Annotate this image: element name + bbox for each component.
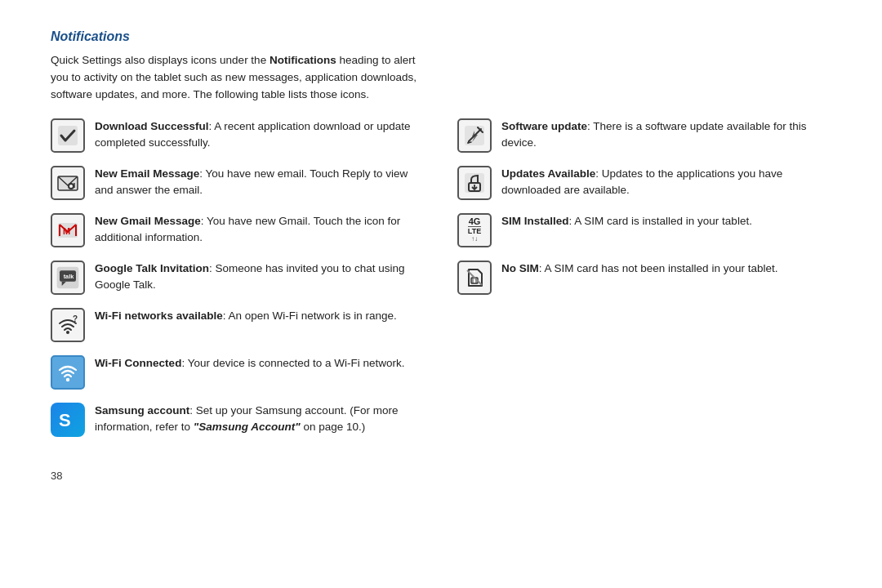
wifi-available-icon: ? xyxy=(51,308,85,342)
sim-installed-icon: 4G LTE ↑↓ xyxy=(457,213,492,247)
intro-before-bold: Quick Settings also displays icons under… xyxy=(51,54,270,66)
left-column: Download Successful: A recent applicatio… xyxy=(51,118,425,450)
columns: Download Successful: A recent applicatio… xyxy=(51,118,831,450)
wifi-connected-icon xyxy=(51,355,85,390)
samsung-account-text: Samsung account: Set up your Samsung acc… xyxy=(95,403,425,436)
list-item: Download Successful: A recent applicatio… xyxy=(51,118,425,153)
google-talk-text: Google Talk Invitation: Someone has invi… xyxy=(95,261,425,294)
list-item: Updates Available: Updates to the applic… xyxy=(457,166,831,200)
software-update-icon xyxy=(457,118,492,153)
intro-bold: Notifications xyxy=(270,54,336,66)
svg-text:S: S xyxy=(59,410,71,430)
wifi-connected-text: Wi-Fi Connected: Your device is connecte… xyxy=(95,355,425,372)
svg-text:M: M xyxy=(63,226,70,236)
list-item: Wi-Fi Connected: Your device is connecte… xyxy=(51,355,425,390)
no-sim-icon xyxy=(457,261,492,295)
intro-text: Quick Settings also displays icons under… xyxy=(51,52,426,104)
svg-text:talk: talk xyxy=(64,273,75,280)
download-successful-icon xyxy=(51,118,85,153)
list-item: New Email Message: You have new email. T… xyxy=(51,166,425,200)
new-email-text: New Email Message: You have new email. T… xyxy=(95,166,425,199)
page-number: 38 xyxy=(51,470,831,482)
list-item: Software update: There is a software upd… xyxy=(457,118,831,153)
list-item: M New Gmail Message: You have new Gmail.… xyxy=(51,213,425,247)
page-container: Notifications Quick Settings also displa… xyxy=(0,0,882,511)
list-item: S Samsung account: Set up your Samsung a… xyxy=(51,403,425,437)
svg-point-12 xyxy=(66,331,69,334)
updates-available-text: Updates Available: Updates to the applic… xyxy=(501,166,831,199)
google-talk-icon: talk xyxy=(51,261,85,295)
software-update-text: Software update: There is a software upd… xyxy=(501,118,831,152)
new-gmail-icon: M xyxy=(51,213,85,247)
list-item: 4G LTE ↑↓ SIM Installed: A SIM card is i… xyxy=(457,213,831,247)
list-item: No SIM: A SIM card has not been installe… xyxy=(457,261,831,295)
list-item: talk Google Talk Invitation: Someone has… xyxy=(51,261,425,295)
samsung-account-icon: S xyxy=(51,403,85,437)
download-successful-text: Download Successful: A recent applicatio… xyxy=(95,118,425,152)
svg-text:?: ? xyxy=(73,314,78,323)
updates-available-icon xyxy=(457,166,492,200)
svg-point-14 xyxy=(66,378,69,381)
section-title: Notifications xyxy=(51,29,831,44)
svg-line-20 xyxy=(468,142,471,143)
new-email-icon xyxy=(51,166,85,200)
svg-point-4 xyxy=(69,185,73,188)
list-item: ? Wi-Fi networks available: An open Wi-F… xyxy=(51,308,425,342)
no-sim-text: No SIM: A SIM card has not been installe… xyxy=(501,261,831,277)
lte-badge: 4G LTE ↑↓ xyxy=(468,216,481,243)
right-column: Software update: There is a software upd… xyxy=(457,118,831,450)
sim-installed-text: SIM Installed: A SIM card is installed i… xyxy=(501,213,831,229)
new-gmail-text: New Gmail Message: You have new Gmail. T… xyxy=(95,213,425,247)
wifi-available-text: Wi-Fi networks available: An open Wi-Fi … xyxy=(95,308,425,324)
